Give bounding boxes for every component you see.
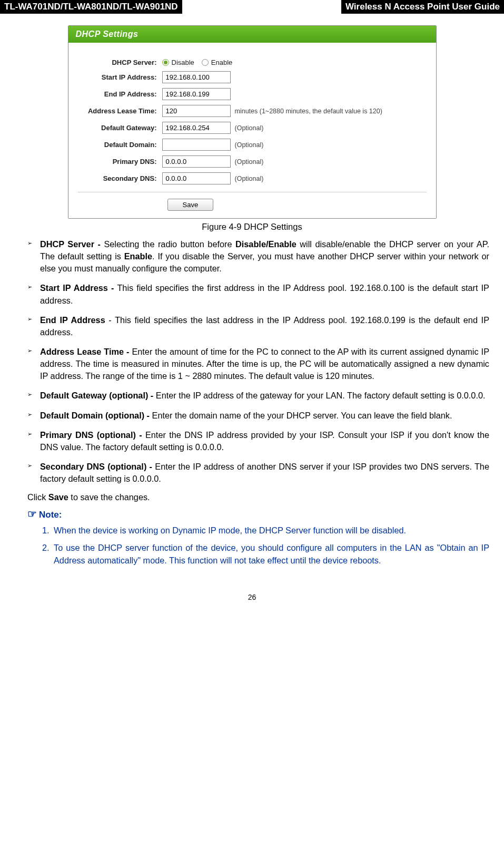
b1-enable-bold: Enable [124, 251, 152, 261]
b8-strong: Secondary DNS (optional) - [40, 462, 155, 471]
input-end-ip[interactable] [162, 88, 231, 100]
row-start-ip: Start IP Address: [78, 71, 427, 83]
radio-disable-label: Disable [172, 59, 194, 66]
b1-pre: Selecting the radio button before [104, 239, 235, 249]
radio-enable-label: Enable [211, 59, 232, 66]
hand-icon: ☞ [27, 508, 37, 520]
row-domain: Default Domain: (Optional) [78, 139, 427, 151]
input-gateway[interactable] [162, 122, 231, 134]
figure-caption: Figure 4-9 DHCP Settings [15, 222, 489, 232]
save-row: Save [78, 192, 427, 211]
label-dhcp-server: DHCP Server: [78, 59, 162, 66]
input-secondary-dns[interactable] [162, 172, 231, 184]
b6-text: Enter the domain name of the your DHCP s… [152, 411, 452, 420]
b4-strong: Address Lease Time - [40, 347, 132, 356]
bullet-secondary-dns: Secondary DNS (optional) - Enter the IP … [27, 461, 489, 485]
b1-strong: DHCP Server - [40, 239, 104, 249]
b3-strong: End IP Address [40, 315, 105, 325]
hint-domain: (Optional) [235, 141, 264, 149]
label-gateway: Default Gateway: [78, 124, 162, 132]
label-domain: Default Domain: [78, 141, 162, 149]
label-end-ip: End IP Address: [78, 90, 162, 98]
row-lease: Address Lease Time: minutes (1~2880 minu… [78, 105, 427, 117]
click-save-post: to save the changes. [68, 492, 150, 502]
bullet-gateway: Default Gateway (optional) - Enter the I… [27, 390, 489, 402]
hint-secondary-dns: (Optional) [235, 175, 264, 182]
click-save-pre: Click [27, 492, 48, 502]
bullet-primary-dns: Primary DNS (optional) - Enter the DNS I… [27, 429, 489, 453]
panel-title: DHCP Settings [68, 26, 436, 43]
note-heading: ☞Note: [15, 508, 489, 520]
b1-mid-bold: Disable/Enable [235, 239, 297, 249]
input-lease[interactable] [162, 105, 231, 117]
row-end-ip: End IP Address: [78, 88, 427, 100]
bullet-dhcp-server: DHCP Server - Selecting the radio button… [27, 238, 489, 275]
save-button[interactable]: Save [167, 199, 214, 211]
hint-lease: minutes (1~2880 minutes, the default val… [235, 108, 382, 115]
bullet-lease: Address Lease Time - Enter the amount of… [27, 346, 489, 382]
b5-text: Enter the IP address of the gateway for … [156, 391, 486, 400]
hint-gateway: (Optional) [235, 124, 264, 132]
row-secondary-dns: Secondary DNS: (Optional) [78, 172, 427, 184]
note-label: Note: [39, 510, 62, 520]
input-domain[interactable] [162, 139, 231, 151]
hint-primary-dns: (Optional) [235, 158, 264, 165]
description-list: DHCP Server - Selecting the radio button… [15, 238, 489, 485]
radio-unselected-icon [202, 59, 209, 66]
label-primary-dns: Primary DNS: [78, 158, 162, 165]
page-number: 26 [15, 593, 489, 601]
note-1: When the device is working on Dynamic IP… [52, 524, 489, 537]
row-dhcp-server: DHCP Server: Disable Enable [78, 59, 427, 66]
radio-enable[interactable]: Enable [202, 59, 232, 66]
input-primary-dns[interactable] [162, 155, 231, 168]
radio-disable[interactable]: Disable [162, 59, 194, 66]
label-lease: Address Lease Time: [78, 107, 162, 115]
note-2: To use the DHCP server function of the d… [52, 542, 489, 566]
label-secondary-dns: Secondary DNS: [78, 174, 162, 182]
b6-strong: Default Domain (optional) - [40, 411, 152, 420]
click-save-line: Click Save to save the changes. [15, 492, 489, 502]
page-header: TL-WA701ND/TL-WA801ND/TL-WA901ND Wireles… [0, 0, 504, 14]
notes-list: When the device is working on Dynamic IP… [15, 524, 489, 566]
b3-text: - This field specifies the last address … [40, 315, 489, 337]
header-left: TL-WA701ND/TL-WA801ND/TL-WA901ND [0, 0, 182, 14]
bullet-start-ip: Start IP Address - This field specifies … [27, 282, 489, 306]
row-gateway: Default Gateway: (Optional) [78, 122, 427, 134]
dhcp-settings-panel: DHCP Settings DHCP Server: Disable Enabl… [68, 25, 437, 219]
b2-strong: Start IP Address - [40, 283, 117, 293]
row-primary-dns: Primary DNS: (Optional) [78, 155, 427, 168]
header-right: Wireless N Access Point User Guide [341, 0, 504, 14]
bullet-end-ip: End IP Address - This field specifies th… [27, 314, 489, 338]
b7-strong: Primary DNS (optional) - [40, 430, 145, 440]
b5-strong: Default Gateway (optional) - [40, 391, 156, 400]
label-start-ip: Start IP Address: [78, 73, 162, 81]
radio-selected-icon [162, 59, 169, 66]
input-start-ip[interactable] [162, 71, 231, 83]
click-save-bold: Save [48, 492, 68, 502]
bullet-domain: Default Domain (optional) - Enter the do… [27, 410, 489, 422]
